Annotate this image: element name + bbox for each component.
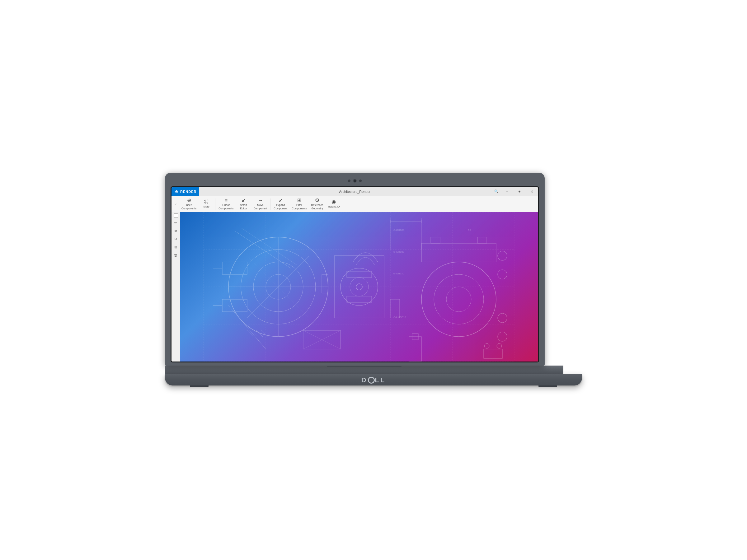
svg-line-46 bbox=[256, 330, 263, 337]
app-window: ⊙ RENDER Architecture_Render 🔍 − + ✕ bbox=[172, 187, 538, 362]
svg-point-37 bbox=[498, 313, 507, 323]
reference-geometry-icon: ⚙ bbox=[315, 198, 319, 203]
svg-line-45 bbox=[252, 330, 258, 337]
webcam-dot-right bbox=[359, 180, 362, 182]
dell-logo-text: D bbox=[361, 376, 367, 384]
svg-text:Ø42HB50: Ø42HB50 bbox=[393, 250, 405, 253]
linear-components-icon: ≡ bbox=[225, 198, 228, 203]
laptop-base bbox=[165, 366, 563, 374]
minimize-button[interactable]: − bbox=[501, 187, 513, 196]
svg-rect-66 bbox=[390, 299, 400, 318]
insert-components-label: InsertComponents bbox=[181, 204, 197, 210]
title-bar-controls: 🔍 − + ✕ bbox=[492, 187, 538, 196]
toolbar-move-component[interactable]: → MoveComponent bbox=[252, 196, 269, 212]
svg-line-47 bbox=[261, 330, 267, 337]
expand-component-icon: ⤢ bbox=[279, 198, 283, 203]
toolbar-mate[interactable]: ⌘ Mate bbox=[199, 196, 214, 212]
svg-point-31 bbox=[446, 287, 471, 312]
left-sidebar: ✏ ⧉ ↺ ⊞ 🗑 bbox=[172, 212, 180, 362]
svg-rect-9 bbox=[222, 299, 247, 312]
svg-rect-28 bbox=[347, 296, 371, 302]
dell-circle-l bbox=[368, 377, 375, 383]
svg-rect-34 bbox=[478, 237, 487, 243]
smart-editor-icon: ↙ bbox=[241, 198, 246, 203]
screen-lid: ⊙ RENDER Architecture_Render 🔍 − + ✕ bbox=[165, 173, 545, 366]
insert-components-icon: ⊕ bbox=[187, 198, 191, 203]
svg-text:55: 55 bbox=[468, 229, 471, 232]
file-name: Architecture_Render bbox=[339, 190, 371, 193]
toolbar-divider-1 bbox=[215, 198, 215, 210]
smart-editor-label: SmartEditor bbox=[240, 204, 247, 210]
maximize-button[interactable]: + bbox=[513, 187, 526, 196]
toolbar-reference-geometry[interactable]: ⚙ ReferenceGeometry bbox=[309, 196, 325, 212]
sidebar-rotate-icon[interactable]: ↺ bbox=[173, 236, 179, 242]
webcam-bar bbox=[171, 178, 539, 183]
blueprint-svg: Ø42HB50 Ø42HB50 Ø42H530 Ø4H4SE10 55 bbox=[180, 212, 538, 362]
dell-logo-text-2: LL bbox=[375, 376, 386, 384]
app-logo-icon: ⊙ bbox=[174, 189, 179, 194]
reference-geometry-label: ReferenceGeometry bbox=[311, 204, 324, 210]
svg-rect-54 bbox=[409, 337, 421, 362]
close-button[interactable]: ✕ bbox=[526, 187, 538, 196]
sidebar-layers-icon[interactable]: ⧉ bbox=[173, 228, 179, 234]
toolbar-linear-components[interactable]: ≡ LinearComponents bbox=[216, 196, 235, 212]
hinge-line bbox=[327, 367, 402, 367]
svg-point-36 bbox=[498, 270, 507, 279]
toolbar-filter-components[interactable]: ⊞ FilterComponents bbox=[290, 196, 308, 212]
title-bar: ⊙ RENDER Architecture_Render 🔍 − + ✕ bbox=[172, 187, 538, 196]
svg-rect-33 bbox=[431, 237, 440, 243]
search-button[interactable]: 🔍 bbox=[492, 187, 501, 196]
svg-point-30 bbox=[434, 274, 484, 324]
toolbar-insert-components[interactable]: ⊕ InsertComponents bbox=[180, 196, 198, 212]
webcam-dot-left bbox=[348, 180, 351, 182]
svg-point-38 bbox=[498, 332, 507, 341]
back-button[interactable]: ‹ bbox=[173, 196, 179, 212]
toolbar-smart-editor[interactable]: ↙ SmartEditor bbox=[236, 196, 251, 212]
svg-point-58 bbox=[497, 344, 502, 348]
svg-rect-32 bbox=[421, 243, 496, 262]
instant-3d-label: Instant 3D bbox=[328, 205, 340, 208]
main-content: ✏ ⧉ ↺ ⊞ 🗑 bbox=[172, 212, 538, 362]
svg-point-29 bbox=[421, 262, 496, 337]
sidebar-checkbox[interactable] bbox=[174, 213, 178, 218]
instant-3d-icon: ◉ bbox=[332, 199, 336, 205]
toolbar-instant-3d[interactable]: ◉ Instant 3D bbox=[326, 196, 342, 212]
webcam-lens bbox=[353, 179, 357, 183]
mate-icon: ⌘ bbox=[204, 199, 209, 205]
dell-logo: DLL bbox=[361, 375, 386, 384]
svg-text:Ø42H530: Ø42H530 bbox=[393, 272, 404, 275]
filter-components-label: FilterComponents bbox=[292, 204, 307, 210]
move-component-icon: → bbox=[258, 198, 263, 203]
svg-text:Ø42HB50: Ø42HB50 bbox=[393, 229, 405, 232]
svg-rect-56 bbox=[484, 349, 503, 358]
linear-components-label: LinearComponents bbox=[218, 204, 233, 210]
svg-rect-27 bbox=[347, 271, 371, 277]
toolbar-divider-2 bbox=[270, 198, 271, 210]
sidebar-grid-icon[interactable]: ⊞ bbox=[173, 244, 179, 250]
laptop-wrapper: ⊙ RENDER Architecture_Render 🔍 − + ✕ bbox=[165, 173, 582, 387]
foot-right bbox=[538, 385, 557, 387]
expand-component-label: ExpandComponent bbox=[274, 204, 287, 210]
laptop-feet bbox=[165, 385, 582, 387]
svg-line-64 bbox=[229, 305, 266, 349]
move-component-label: MoveComponent bbox=[253, 204, 267, 210]
toolbar-expand-component[interactable]: ⤢ ExpandComponent bbox=[272, 196, 289, 212]
svg-point-57 bbox=[484, 344, 489, 348]
mate-label: Mate bbox=[204, 205, 209, 208]
screen-bezel: ⊙ RENDER Architecture_Render 🔍 − + ✕ bbox=[171, 186, 539, 363]
blueprint-background: Ø42HB50 Ø42HB50 Ø42H530 Ø4H4SE10 55 bbox=[180, 212, 538, 362]
svg-line-62 bbox=[235, 231, 291, 268]
svg-text:Ø4H4SE10: Ø4H4SE10 bbox=[393, 316, 406, 319]
svg-point-35 bbox=[498, 251, 507, 260]
foot-left bbox=[190, 385, 209, 387]
sidebar-delete-icon[interactable]: 🗑 bbox=[173, 252, 179, 258]
title-bar-logo: ⊙ RENDER bbox=[172, 187, 199, 196]
filter-components-icon: ⊞ bbox=[297, 198, 301, 203]
canvas-area[interactable]: Ø42HB50 Ø42HB50 Ø42H530 Ø4H4SE10 55 bbox=[180, 212, 538, 362]
laptop-bottom: DLL bbox=[165, 374, 582, 385]
laptop-outer: ⊙ RENDER Architecture_Render 🔍 − + ✕ bbox=[156, 173, 591, 387]
sidebar-edit-icon[interactable]: ✏ bbox=[173, 220, 179, 226]
toolbar: ‹ ⊕ InsertComponents ⌘ Mate ≡ bbox=[172, 196, 538, 212]
svg-rect-8 bbox=[222, 262, 247, 274]
app-name: RENDER bbox=[180, 190, 197, 193]
